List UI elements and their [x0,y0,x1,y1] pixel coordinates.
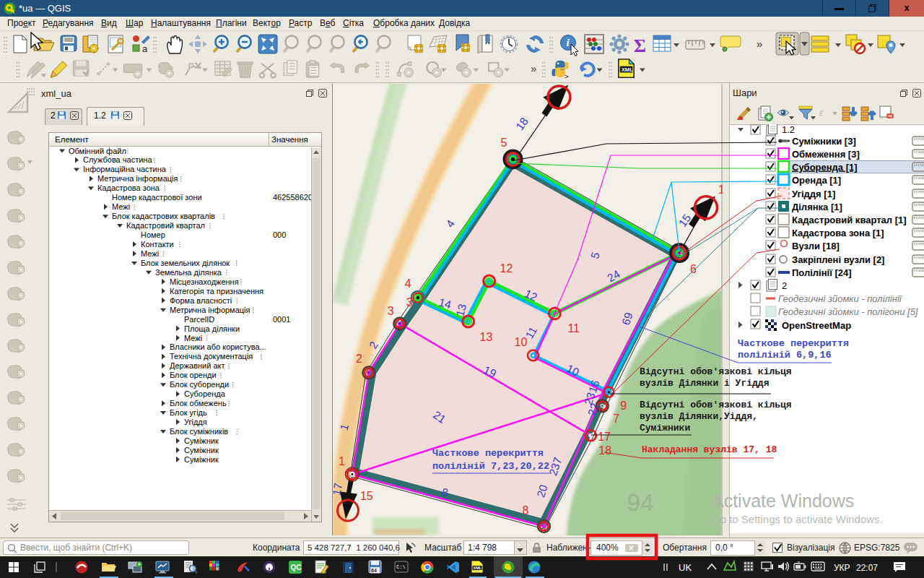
svg-text:Угіддя: Угіддя [184,418,207,426]
svg-text:Ділянка [1]: Ділянка [1] [792,202,842,212]
svg-text:64: 64 [371,568,377,573]
svg-text:Метрична інформація: Метрична інформація [170,306,250,314]
svg-text:»: » [531,63,536,74]
svg-text:ParcelID: ParcelID [184,315,214,324]
svg-text:Земельна ділянка: Земельна ділянка [155,268,222,277]
svg-text:Кадастровий квартал: Кадастровий квартал [126,221,205,230]
svg-text:Вузли [18]: Вузли [18] [792,241,840,251]
svg-text:Кадастровий квартал [1]: Кадастровий квартал [1] [792,215,907,225]
svg-text:Оренда [1]: Оренда [1] [792,175,841,186]
svg-text:Власники або користува...: Власники або користува... [170,342,266,351]
svg-text:Номер кадастрової зони: Номер кадастрової зони [112,193,202,202]
svg-text:1: 1 [339,455,345,467]
svg-text:Σ: Σ [634,35,646,56]
svg-text:Геодезичні зйомки - полілінії: Геодезичні зйомки - полілінії [778,293,903,304]
svg-text:QC: QC [291,564,302,571]
svg-text:9: 9 [620,400,627,412]
svg-text:12: 12 [500,262,513,275]
svg-text:Суміжник: Суміжник [184,455,219,464]
svg-text:94: 94 [627,488,654,516]
svg-text:4625586200: 4625586200 [273,193,317,202]
svg-text:Блок угідь: Блок угідь [170,408,207,417]
svg-text:Метрична інформація: Метрична інформація [97,174,178,183]
svg-text:8: 8 [523,504,529,517]
svg-text:Блок кадастрових кварталів: Блок кадастрових кварталів [112,212,215,220]
svg-text:4: 4 [405,277,411,290]
svg-text:УКР: УКР [834,563,850,573]
svg-text:17: 17 [332,482,344,496]
svg-text:Державний акт: Державний акт [170,361,225,370]
svg-text:Суборенда: Суборенда [184,389,226,398]
svg-text:Обмеження [3]: Обмеження [3] [792,149,860,160]
svg-text:1.2: 1.2 [782,124,795,135]
svg-text:Категорія та призначення: Категорія та призначення [170,287,263,296]
svg-text:3: 3 [388,305,394,317]
svg-text:3: 3 [406,296,413,309]
svg-text:XML: XML [474,566,482,570]
svg-text:Закріплені вузли [2]: Закріплені вузли [2] [792,254,884,265]
svg-text:Суборенда [1]: Суборенда [1] [792,162,858,173]
svg-text:Блок суміжників: Блок суміжників [170,427,228,436]
svg-text:Межі: Межі [184,334,202,342]
svg-text:Угіддя [1]: Угіддя [1] [792,189,835,199]
svg-text:18: 18 [598,444,611,457]
svg-text:Блок обмежень: Блок обмежень [170,399,227,407]
svg-text:Форма власності: Форма власності [170,296,232,305]
svg-text:Площа ділянки: Площа ділянки [184,324,240,333]
svg-text:Обмінний файл: Обмінний файл [69,147,126,155]
svg-text:Місцезнаходження: Місцезнаходження [170,277,239,286]
svg-text:Межі: Межі [141,249,159,258]
svg-text:0001: 0001 [273,315,290,324]
svg-text:Полілінії [24]: Полілінії [24] [792,267,852,278]
svg-text:11: 11 [567,322,580,335]
svg-text:Блок оренди: Блок оренди [170,371,217,379]
svg-text:2: 2 [356,353,362,365]
svg-text:17: 17 [598,431,611,443]
svg-text:Блок суборенди: Блок суборенди [170,380,229,389]
svg-text:»: » [757,38,762,50]
svg-text:XML: XML [622,66,634,73]
svg-text:Номер: Номер [141,230,165,239]
svg-text:000: 000 [273,230,286,239]
svg-text:10: 10 [515,336,528,348]
svg-text:Технічна документація: Технічна документація [170,352,253,361]
svg-text:1: 1 [718,184,723,196]
svg-text:Суміжник: Суміжник [184,436,219,445]
svg-text:Кадастрова зона [1]: Кадастрова зона [1] [792,228,884,238]
svg-text:OpenStreetMap: OpenStreetMap [782,320,851,331]
svg-text:7: 7 [613,413,619,425]
svg-text:5: 5 [501,137,507,149]
svg-text:2: 2 [782,280,787,291]
svg-text:22:07: 22:07 [856,563,878,573]
svg-text:Службова частина: Службова частина [83,155,152,164]
svg-text:ε: ε [819,107,824,118]
svg-text:13: 13 [480,331,493,343]
svg-text:Межі: Межі [112,202,130,211]
svg-text:Суміжники [3]: Суміжники [3] [792,136,856,147]
svg-text:Контакти: Контакти [141,240,174,249]
svg-text:UK: UK [679,562,692,573]
svg-text:Блок земельних ділянок: Блок земельних ділянок [141,259,230,267]
svg-text:>: > [565,72,569,80]
svg-text:15: 15 [360,490,373,502]
svg-text:6: 6 [690,263,697,275]
svg-text:Суміжник: Суміжник [184,446,219,454]
svg-text:Геодезичні зйомки - полігони [: Геодезичні зйомки - полігони [5] [778,306,918,317]
svg-text:a: a [142,43,148,54]
svg-text:C:\: C:\ [396,564,406,570]
svg-text:Кадастрова зона: Кадастрова зона [97,184,160,192]
svg-text:Інформаційна частина: Інформаційна частина [83,165,167,173]
